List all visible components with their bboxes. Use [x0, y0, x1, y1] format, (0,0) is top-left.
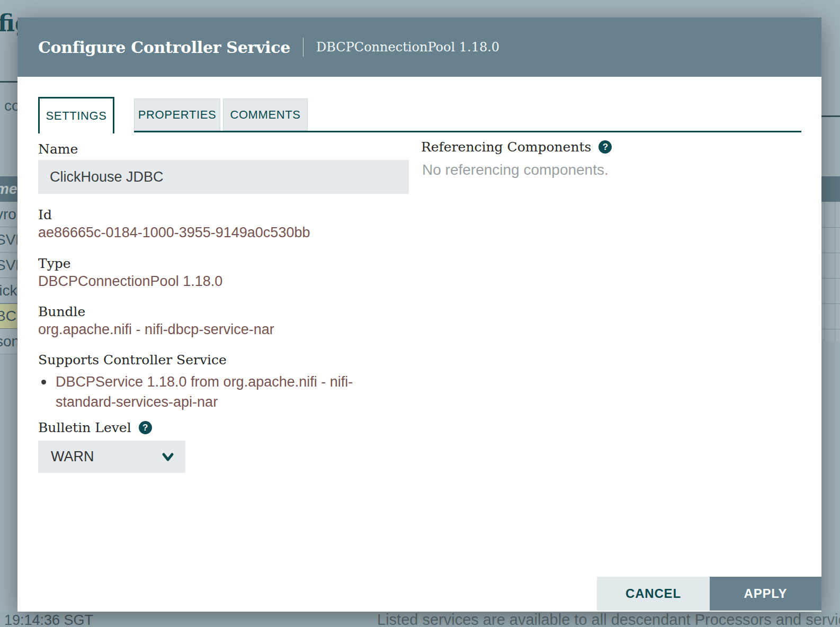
bulletin-level-row: Bulletin Level ?	[38, 420, 152, 435]
background-table-header	[821, 176, 840, 202]
cancel-button[interactable]: CANCEL	[597, 577, 710, 611]
id-label: Id	[38, 207, 52, 222]
help-icon[interactable]: ?	[139, 421, 152, 434]
supports-controller-service-value: DBCPService 1.18.0 from org.apache.nifi …	[56, 372, 400, 412]
title-separator	[303, 38, 303, 57]
background-right-strip	[821, 0, 840, 627]
tab-settings[interactable]: SETTINGS	[38, 97, 114, 133]
bundle-label: Bundle	[38, 304, 85, 319]
footer-note: Listed services are available to all des…	[377, 611, 840, 627]
type-label: Type	[38, 256, 71, 271]
referencing-components-row: Referencing Components ?	[421, 139, 612, 155]
bulletin-level-label: Bulletin Level	[38, 420, 131, 435]
dialog-subtitle: DBCPConnectionPool 1.18.0	[316, 40, 499, 55]
background-table-header-label: me	[0, 181, 17, 198]
row-label: vro	[0, 206, 16, 223]
bulletin-level-dropdown[interactable]: WARN	[38, 441, 185, 473]
chevron-down-icon	[160, 449, 176, 465]
tabbar-underline	[134, 131, 801, 132]
row-label: lick	[0, 282, 17, 299]
supports-controller-service-item: DBCPService 1.18.0 from org.apache.nifi …	[38, 372, 409, 412]
tab-properties[interactable]: PROPERTIES	[134, 98, 220, 131]
bullet-icon	[41, 380, 46, 384]
name-label: Name	[38, 141, 78, 157]
id-value: ae86665c-0184-1000-3955-9149a0c530bb	[38, 225, 310, 241]
dialog-tabbar: SETTINGS PROPERTIES COMMENTS	[38, 97, 801, 133]
bulletin-level-value: WARN	[51, 449, 160, 465]
row-label: son	[0, 333, 20, 350]
bundle-value: org.apache.nifi - nifi-dbcp-service-nar	[38, 321, 274, 338]
tab-comments[interactable]: COMMENTS	[223, 98, 308, 131]
apply-button[interactable]: APPLY	[710, 577, 821, 611]
type-value: DBCPConnectionPool 1.18.0	[38, 273, 222, 290]
referencing-components-label: Referencing Components	[421, 139, 591, 155]
background-divider-line	[821, 115, 840, 117]
referencing-components-empty-text: No referencing components.	[422, 162, 609, 178]
dialog-header: Configure Controller Service DBCPConnect…	[17, 17, 821, 77]
supports-controller-service-label: Supports Controller Service	[38, 352, 227, 368]
dialog-title: Configure Controller Service	[38, 38, 290, 57]
help-icon[interactable]: ?	[598, 140, 612, 154]
status-clock: 19:14:36 SGT	[4, 612, 93, 627]
background-table-cells	[821, 202, 840, 342]
configure-controller-service-dialog: Configure Controller Service DBCPConnect…	[17, 17, 821, 612]
name-input[interactable]	[38, 160, 409, 194]
